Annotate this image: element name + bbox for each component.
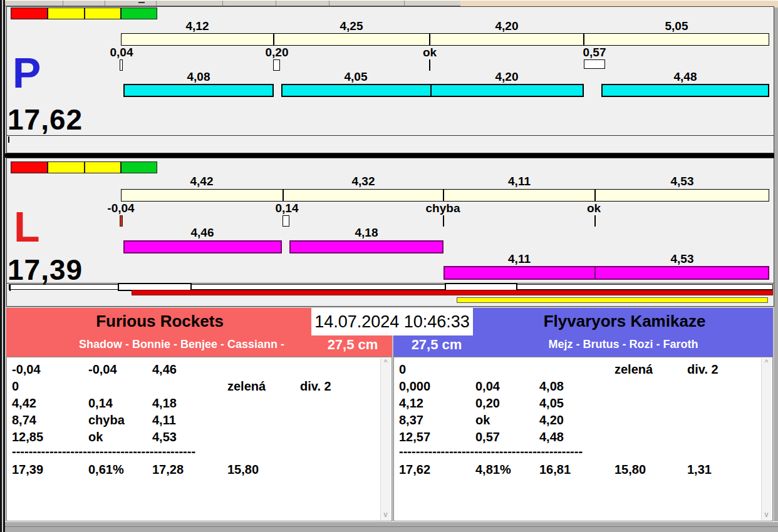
time-bar-segment — [123, 240, 282, 253]
fault-value: 0,04 — [110, 46, 133, 58]
table-cell: 0 — [12, 379, 19, 393]
total-cell: 17,39 — [12, 463, 43, 476]
fault-value: 0,20 — [266, 46, 289, 58]
table-cell: -0,04 — [12, 362, 41, 376]
progress-bar-red — [132, 290, 773, 295]
toolbar-separator — [329, 1, 329, 6]
table-cell: 4,08 — [539, 379, 564, 393]
time-value: 4,46 — [191, 227, 214, 238]
split-divider — [583, 33, 584, 46]
split-value: 4,20 — [495, 20, 519, 32]
timestamp: 14.07.2024 10:46:33 — [314, 312, 470, 332]
table-cell: 4,53 — [152, 430, 177, 444]
table-cell: 0 — [399, 362, 406, 376]
time-bar-segment — [443, 266, 596, 280]
time-value: 4,53 — [671, 253, 694, 265]
table-cell: 4,46 — [152, 362, 177, 376]
time-value: 4,05 — [345, 71, 368, 83]
time-bar-segment — [430, 84, 584, 97]
table-cell: 12,85 — [12, 430, 43, 444]
table-cell: div. 2 — [687, 362, 718, 376]
table-cell: 4,11 — [152, 413, 176, 427]
scroll-up-icon[interactable]: ^ — [381, 358, 390, 368]
table-cell: 0,04 — [475, 379, 500, 393]
team-members-right: Mejz - Brutus - Rozi - Faroth — [549, 338, 698, 351]
split-value: 4,32 — [352, 175, 375, 187]
split-divider — [273, 33, 274, 46]
toolbar-separator — [276, 1, 276, 6]
toolbar-dash — [138, 2, 145, 3]
split-divider — [443, 189, 444, 202]
status-light-yellow — [48, 161, 85, 173]
toolbar-separator — [63, 1, 63, 6]
split-bar — [121, 33, 769, 46]
split-divider — [594, 189, 596, 202]
lane-letter-p: P — [13, 51, 41, 94]
window-right-border — [774, 8, 778, 532]
table-cell: 4,05 — [539, 396, 564, 410]
table-cell: 0,000 — [399, 379, 430, 393]
total-cell: 17,28 — [152, 463, 184, 476]
scroll-down-icon[interactable]: v — [762, 510, 771, 520]
fault-value: ok — [423, 46, 437, 58]
team-distance-right: 27,5 cm — [412, 337, 462, 353]
split-value: 4,42 — [190, 175, 214, 187]
time-value: 4,48 — [674, 71, 697, 83]
status-light-green — [121, 8, 157, 19]
table-cell: 12,57 — [399, 430, 430, 444]
table-cell: zelená — [227, 379, 266, 393]
status-light-red — [11, 8, 48, 19]
lane-total-l: 17,39 — [8, 255, 83, 284]
track-start-tick — [8, 136, 9, 143]
time-bar-segment — [281, 84, 432, 97]
toolbar-separator — [404, 1, 405, 6]
total-cell: 15,80 — [227, 463, 259, 476]
ok-marker — [429, 59, 430, 71]
lane-total-p: 17,62 — [8, 105, 83, 134]
split-value: 4,12 — [186, 20, 209, 32]
scroll-up-icon[interactable]: ^ — [762, 358, 771, 368]
error-label: chyba — [426, 202, 460, 214]
split-value: 5,05 — [665, 20, 688, 32]
window-bottom-line — [5, 526, 778, 527]
table-cell: div. 2 — [300, 379, 331, 393]
time-value: 4,08 — [187, 71, 210, 83]
time-value: 4,20 — [495, 71, 519, 83]
total-cell: 17,62 — [399, 463, 430, 476]
window-top-toolbar-fragment — [5, 0, 462, 6]
results-table-right[interactable]: 0 zelená div. 2 0,000 0,04 4,08 4,12 0,2… — [393, 357, 773, 521]
status-light-yellow — [48, 8, 85, 19]
split-bar — [121, 189, 769, 202]
split-value: 4,53 — [671, 175, 694, 187]
results-table-left[interactable]: -0,04 -0,04 4,46 0 zelená div. 2 4,42 0,… — [6, 357, 392, 521]
error-marker — [443, 215, 444, 227]
table-cell: 0,20 — [475, 396, 500, 410]
time-bar-segment — [601, 84, 769, 97]
split-value: 4,11 — [508, 175, 531, 187]
panel-divider-line — [7, 135, 774, 136]
time-bar-segment — [123, 84, 274, 97]
total-cell: 15,80 — [615, 463, 646, 476]
table-cell: -0,04 — [88, 362, 117, 376]
status-light-red — [11, 161, 48, 173]
timing-screen: 4,12 4,25 4,20 5,05 0,04 0,20 ok 0,57 4,… — [0, 0, 778, 532]
fault-value: 0,57 — [583, 46, 606, 58]
scrollbar[interactable]: ^ v — [761, 358, 772, 520]
fault-marker — [584, 59, 605, 69]
scroll-down-icon[interactable]: v — [381, 510, 390, 520]
table-cell: 4,20 — [539, 413, 564, 427]
scrollbar[interactable]: ^ v — [380, 358, 391, 520]
track-start-tick — [9, 284, 11, 291]
table-separator: ----------------------------------------… — [399, 447, 583, 456]
ok-label: ok — [587, 202, 601, 214]
status-light-green — [121, 161, 157, 173]
lane-panel-p — [6, 6, 774, 153]
table-cell: 8,37 — [399, 413, 423, 427]
table-cell: ok — [475, 413, 490, 427]
table-cell: ok — [88, 430, 103, 444]
time-bar-segment — [289, 240, 443, 253]
time-bar-segment — [594, 266, 769, 280]
team-distance-left: 27,5 cm — [328, 337, 378, 353]
fault-marker-red — [120, 215, 123, 227]
table-cell: chyba — [88, 413, 125, 427]
